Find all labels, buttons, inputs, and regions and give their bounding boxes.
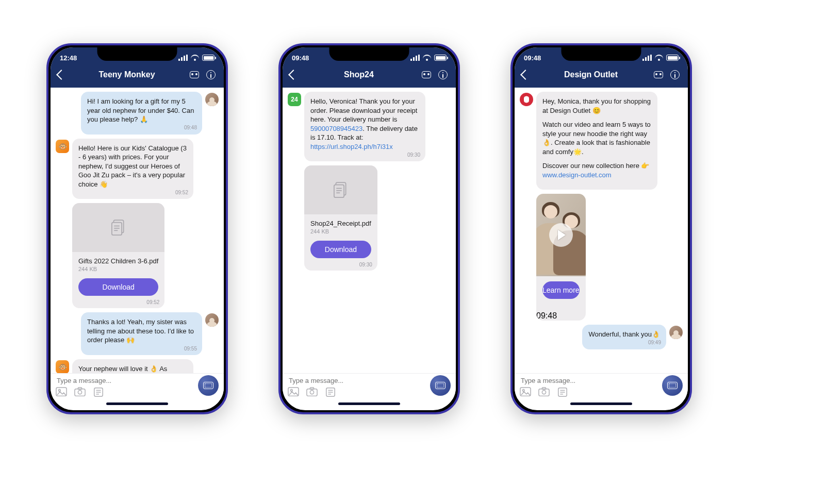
file-size: 244 KB <box>78 266 158 272</box>
message-row: Thanks a lot! Yeah, my sister was tellin… <box>56 312 219 355</box>
svg-point-32 <box>542 390 546 394</box>
link[interactable]: h7i31x <box>373 143 392 150</box>
video-attachment: Learn more09:48 <box>536 194 586 321</box>
svg-rect-22 <box>310 388 314 390</box>
chat-title: Shop24 <box>302 70 416 79</box>
message-text: Hey, Monica, thank you for shopping at D… <box>542 97 651 179</box>
bot-message: Your nephew will love it 👌 As requested … <box>72 359 193 373</box>
gallery-icon[interactable] <box>56 387 67 397</box>
status-time: 09:48 <box>292 54 309 62</box>
svg-point-6 <box>58 390 60 392</box>
wifi-icon <box>655 55 663 61</box>
message-text: Hi! I am looking for a gift for my 5 yea… <box>87 97 196 124</box>
composer <box>515 373 688 399</box>
status-icons <box>178 55 214 61</box>
camera-icon[interactable] <box>74 387 86 397</box>
navbar: Design Outlet <box>515 65 688 88</box>
bot-icon <box>422 71 431 78</box>
message-row: Learn more09:48 <box>520 194 683 321</box>
phone-screen: 12:48Teeny MonkeyHi! I am looking for a … <box>51 47 224 410</box>
bot-menu-button[interactable] <box>189 69 200 80</box>
phone-frame: 09:48Design OutletHey, Monica, thank you… <box>510 43 692 414</box>
message-text: Hello, Veronica! Thank you for your orde… <box>310 97 419 151</box>
navbar: Shop24 <box>283 65 456 88</box>
user-avatar <box>669 326 683 339</box>
file-name: Shop24_Receipt.pdf <box>310 220 371 227</box>
wifi-icon <box>191 55 199 61</box>
link[interactable]: https://url.shop24.ph/ <box>310 143 373 150</box>
info-button[interactable] <box>205 69 217 80</box>
message-row: Hello! Here is our Kids' Catalogue (3 - … <box>56 139 219 199</box>
message-timestamp: 09:55 <box>184 345 197 352</box>
back-button[interactable] <box>288 70 299 80</box>
message-row: Gifts 2022 Children 3-6.pdf244 KBDownloa… <box>56 203 219 308</box>
bot-menu-button[interactable] <box>421 69 432 80</box>
user-message: Thanks a lot! Yeah, my sister was tellin… <box>81 312 202 355</box>
message-text: Wonderful, thank you👌 <box>588 330 660 339</box>
composer <box>283 373 456 399</box>
link[interactable]: www.design-outlet.com <box>542 171 612 179</box>
info-button[interactable] <box>437 69 449 80</box>
composer <box>51 373 224 399</box>
status-icons <box>642 55 679 61</box>
camera-icon[interactable] <box>306 387 318 397</box>
keyboard-toggle-button[interactable] <box>198 375 219 396</box>
message-row: Your nephew will love it 👌 As requested … <box>56 359 219 373</box>
file-size: 244 KB <box>310 228 371 234</box>
bot-avatar <box>56 360 69 373</box>
link[interactable]: 59000708945423 <box>310 125 362 132</box>
gallery-icon[interactable] <box>520 387 531 397</box>
message-timestamp: 09:49 <box>648 339 661 346</box>
navbar: Teeny Monkey <box>51 65 224 88</box>
camera-icon[interactable] <box>538 387 550 397</box>
bot-message: Hello, Veronica! Thank you for your orde… <box>304 92 425 161</box>
message-row: Hey, Monica, thank you for shopping at D… <box>520 92 683 190</box>
status-time: 09:48 <box>524 54 541 62</box>
keyboard-icon <box>203 382 213 389</box>
bot-icon <box>190 71 199 78</box>
keyboard-toggle-button[interactable] <box>662 375 683 396</box>
bot-avatar <box>520 93 533 106</box>
note-icon[interactable] <box>325 387 336 397</box>
svg-point-23 <box>310 390 314 394</box>
download-button[interactable]: Download <box>78 278 158 296</box>
message-timestamp: 09:52 <box>146 299 159 305</box>
message-input[interactable] <box>56 375 192 386</box>
gallery-icon[interactable] <box>288 387 299 397</box>
learn-more-button[interactable]: Learn more <box>542 281 580 299</box>
bot-message: Hey, Monica, thank you for shopping at D… <box>536 92 657 190</box>
phone-notch <box>329 47 409 61</box>
svg-point-9 <box>78 390 81 394</box>
keyboard-toggle-button[interactable] <box>430 375 451 396</box>
message-text: Thanks a lot! Yeah, my sister was tellin… <box>87 317 196 345</box>
chat-title: Design Outlet <box>534 70 648 79</box>
phone-notch <box>97 47 177 61</box>
battery-icon <box>666 55 679 61</box>
keyboard-icon <box>435 382 446 389</box>
note-icon[interactable] <box>557 387 568 397</box>
message-row: 24Hello, Veronica! Thank you for your or… <box>288 92 451 161</box>
info-button[interactable] <box>669 69 681 80</box>
phone-frame: 09:48Shop2424Hello, Veronica! Thank you … <box>278 43 460 414</box>
download-button[interactable]: Download <box>310 241 371 258</box>
back-button[interactable] <box>520 70 531 80</box>
battery-icon <box>434 55 447 61</box>
signal-icon <box>410 55 420 61</box>
back-button[interactable] <box>56 70 67 80</box>
bot-menu-button[interactable] <box>653 69 664 80</box>
document-icon <box>330 179 352 201</box>
info-icon <box>438 70 448 79</box>
chat-area: 24Hello, Veronica! Thank you for your or… <box>283 88 456 373</box>
message-timestamp: 09:48 <box>184 124 197 131</box>
signal-icon <box>642 55 652 61</box>
file-attachment: Gifts 2022 Children 3-6.pdf244 KBDownloa… <box>72 203 164 308</box>
video-preview[interactable] <box>536 194 586 276</box>
svg-point-20 <box>290 390 292 392</box>
message-input[interactable] <box>520 375 656 386</box>
phone-screen: 09:48Shop2424Hello, Veronica! Thank you … <box>283 47 456 410</box>
note-icon[interactable] <box>93 387 104 397</box>
message-input[interactable] <box>288 375 424 386</box>
chat-title: Teeny Monkey <box>70 70 184 79</box>
wifi-icon <box>423 55 431 61</box>
signal-icon <box>178 55 188 61</box>
